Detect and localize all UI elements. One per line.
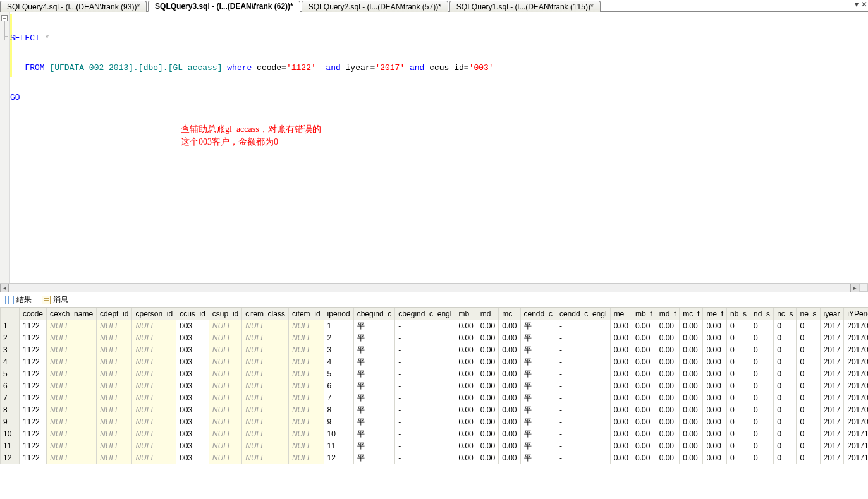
cell-ccode[interactable]: 1122 (20, 344, 47, 356)
column-header-nd_s[interactable]: nd_s (750, 308, 774, 320)
cell-citem_class[interactable]: NULL (242, 392, 289, 404)
cell-iYPeriod[interactable]: 201704 (844, 356, 868, 368)
cell-ccus_id[interactable]: 003 (176, 416, 209, 428)
cell-ne_s[interactable]: 0 (797, 392, 820, 404)
column-header-mc_f[interactable]: mc_f (680, 308, 703, 320)
cell-iperiod[interactable]: 7 (324, 392, 353, 404)
cell-cexch_name[interactable]: NULL (47, 380, 97, 392)
cell-cbegind_c[interactable]: 平 (353, 380, 395, 392)
cell-me_f[interactable]: 0.00 (703, 416, 727, 428)
cell-md[interactable]: 0.00 (477, 440, 498, 452)
cell-md_f[interactable]: 0.00 (656, 368, 680, 380)
table-row[interactable]: 71122NULLNULLNULL003NULLNULLNULL7平-0.000… (1, 392, 869, 404)
column-header-ne_s[interactable]: ne_s (797, 308, 820, 320)
cell-cperson_id[interactable]: NULL (132, 416, 176, 428)
cell-mb[interactable]: 0.00 (455, 368, 477, 380)
cell-nb_s[interactable]: 0 (727, 392, 750, 404)
cell-cbegind_c[interactable]: 平 (353, 344, 395, 356)
document-tab-2[interactable]: SQLQuery2.sql - (l...(DEAN\frank (57))* (302, 1, 448, 12)
row-number[interactable]: 7 (1, 392, 20, 404)
table-row[interactable]: 81122NULLNULLNULL003NULLNULLNULL8平-0.000… (1, 404, 869, 416)
cell-cbegind_c_engl[interactable]: - (395, 416, 455, 428)
cell-ccus_id[interactable]: 003 (176, 404, 209, 416)
cell-citem_id[interactable]: NULL (288, 380, 324, 392)
cell-me_f[interactable]: 0.00 (703, 404, 727, 416)
cell-mb_f[interactable]: 0.00 (632, 428, 656, 440)
cell-iperiod[interactable]: 6 (324, 380, 353, 392)
cell-cdept_id[interactable]: NULL (97, 380, 132, 392)
cell-cbegind_c_engl[interactable]: - (395, 368, 455, 380)
cell-mb[interactable]: 0.00 (455, 392, 477, 404)
cell-citem_class[interactable]: NULL (242, 380, 289, 392)
cell-cbegind_c_engl[interactable]: - (395, 356, 455, 368)
cell-cperson_id[interactable]: NULL (132, 368, 176, 380)
cell-ccus_id[interactable]: 003 (176, 332, 209, 344)
cell-mc[interactable]: 0.00 (499, 380, 520, 392)
cell-nc_s[interactable]: 0 (774, 392, 797, 404)
cell-mb[interactable]: 0.00 (455, 344, 477, 356)
cell-cdept_id[interactable]: NULL (97, 416, 132, 428)
column-header-iYPeriod[interactable]: iYPeriod (844, 308, 868, 320)
cell-citem_class[interactable]: NULL (242, 356, 289, 368)
cell-ccus_id[interactable]: 003 (176, 428, 209, 440)
cell-mc_f[interactable]: 0.00 (680, 380, 703, 392)
cell-me[interactable]: 0.00 (610, 428, 632, 440)
cell-iYPeriod[interactable]: 201702 (844, 332, 868, 344)
cell-citem_class[interactable]: NULL (242, 416, 289, 428)
column-header-mc[interactable]: mc (499, 308, 520, 320)
cell-citem_class[interactable]: NULL (242, 404, 289, 416)
row-number[interactable]: 6 (1, 380, 20, 392)
cell-iyear[interactable]: 2017 (820, 380, 844, 392)
cell-iyear[interactable]: 2017 (820, 344, 844, 356)
cell-mc[interactable]: 0.00 (499, 452, 520, 464)
cell-iyear[interactable]: 2017 (820, 428, 844, 440)
cell-nc_s[interactable]: 0 (774, 404, 797, 416)
cell-cperson_id[interactable]: NULL (132, 428, 176, 440)
cell-cbegind_c[interactable]: 平 (353, 320, 395, 332)
cell-ne_s[interactable]: 0 (797, 428, 820, 440)
cell-cendd_c_engl[interactable]: - (556, 392, 610, 404)
row-number[interactable]: 2 (1, 332, 20, 344)
cell-ne_s[interactable]: 0 (797, 380, 820, 392)
cell-citem_id[interactable]: NULL (288, 368, 324, 380)
column-header-cendd_c_engl[interactable]: cendd_c_engl (556, 308, 610, 320)
cell-cdept_id[interactable]: NULL (97, 428, 132, 440)
cell-ne_s[interactable]: 0 (797, 452, 820, 464)
table-row[interactable]: 51122NULLNULLNULL003NULLNULLNULL5平-0.000… (1, 368, 869, 380)
cell-citem_class[interactable]: NULL (242, 440, 289, 452)
cell-cperson_id[interactable]: NULL (132, 392, 176, 404)
cell-ccus_id[interactable]: 003 (176, 452, 209, 464)
cell-cexch_name[interactable]: NULL (47, 332, 97, 344)
table-row[interactable]: 41122NULLNULLNULL003NULLNULLNULL4平-0.000… (1, 356, 869, 368)
cell-cendd_c_engl[interactable]: - (556, 332, 610, 344)
cell-mc_f[interactable]: 0.00 (680, 416, 703, 428)
results-grid[interactable]: ccodecexch_namecdept_idcperson_idccus_id… (0, 308, 868, 464)
cell-md[interactable]: 0.00 (477, 404, 498, 416)
cell-mb[interactable]: 0.00 (455, 320, 477, 332)
cell-iperiod[interactable]: 2 (324, 332, 353, 344)
cell-cexch_name[interactable]: NULL (47, 392, 97, 404)
cell-iyear[interactable]: 2017 (820, 452, 844, 464)
cell-iYPeriod[interactable]: 201705 (844, 368, 868, 380)
cell-ccode[interactable]: 1122 (20, 332, 47, 344)
cell-nc_s[interactable]: 0 (774, 320, 797, 332)
cell-mc_f[interactable]: 0.00 (680, 404, 703, 416)
cell-mb_f[interactable]: 0.00 (632, 356, 656, 368)
cell-citem_id[interactable]: NULL (288, 356, 324, 368)
cell-csup_id[interactable]: NULL (209, 440, 241, 452)
tabs-dropdown-icon[interactable]: ▾ (853, 0, 860, 11)
cell-ne_s[interactable]: 0 (797, 356, 820, 368)
cell-nc_s[interactable]: 0 (774, 344, 797, 356)
cell-me[interactable]: 0.00 (610, 320, 632, 332)
column-header-me_f[interactable]: me_f (703, 308, 727, 320)
cell-me_f[interactable]: 0.00 (703, 428, 727, 440)
cell-cendd_c_engl[interactable]: - (556, 368, 610, 380)
cell-ccode[interactable]: 1122 (20, 404, 47, 416)
cell-cexch_name[interactable]: NULL (47, 320, 97, 332)
cell-cperson_id[interactable]: NULL (132, 356, 176, 368)
cell-ccus_id[interactable]: 003 (176, 368, 209, 380)
fold-toggle-icon[interactable]: − (1, 15, 8, 21)
cell-mb[interactable]: 0.00 (455, 356, 477, 368)
row-number[interactable]: 12 (1, 452, 20, 464)
cell-citem_id[interactable]: NULL (288, 428, 324, 440)
